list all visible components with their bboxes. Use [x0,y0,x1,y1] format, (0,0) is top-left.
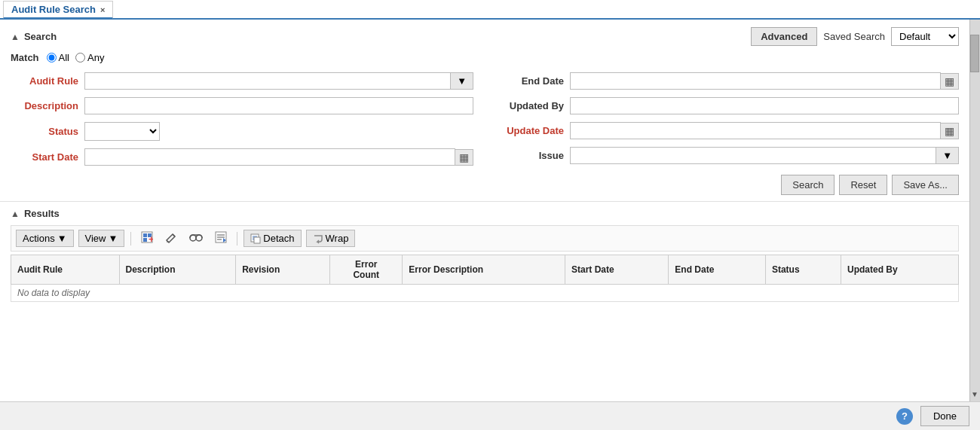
match-all-label: All [59,52,69,63]
results-section: ▲ Results Actions ▼ View ▼ [0,202,969,302]
start-date-input-group: ▦ [84,148,473,166]
results-section-label: Results [24,208,60,219]
export-icon [215,231,227,243]
update-date-calendar-btn[interactable]: ▦ [941,123,959,139]
end-date-input-group: ▦ [570,72,959,90]
toolbar-separator-1 [130,232,131,245]
footer: ? Done [0,401,980,430]
audit-rule-label: Audit Rule [11,75,78,87]
tab-audit-rule-search[interactable]: Audit Rule Search × [3,1,113,19]
search-title: ▲ Search [11,31,57,42]
table-header-row: Audit Rule Description Revision ErrorCou… [11,255,959,285]
col-end-date: End Date [669,255,766,285]
export-icon-btn[interactable] [211,229,231,248]
tab-close-icon[interactable]: × [100,5,105,14]
search-section: ▲ Search Advanced Saved Search Default M… [0,20,969,202]
issue-dropdown-btn[interactable]: ▼ [936,147,959,164]
glasses-icon [189,231,203,243]
results-collapse-icon[interactable]: ▲ [11,209,20,219]
vertical-scrollbar[interactable]: ▼ [969,20,980,401]
pencil-icon [165,231,177,243]
results-table: Audit Rule Description Revision ErrorCou… [11,255,959,302]
updated-by-input[interactable] [570,97,959,114]
actions-label: Actions [23,233,55,244]
audit-rule-combo: ▼ [84,72,473,90]
search-action-buttons: Search Reset Save As... [11,175,959,195]
toolbar-separator-2 [237,232,237,245]
reset-button[interactable]: Reset [839,175,887,195]
svg-rect-3 [143,238,147,242]
help-label: ? [902,410,908,422]
audit-rule-row: Audit Rule ▼ [11,72,473,90]
start-date-row: Start Date ▦ [11,148,473,166]
view-button[interactable]: View ▼ [78,230,125,247]
search-button[interactable]: Search [781,175,835,195]
status-label: Status [11,126,78,137]
tab-label: Audit Rule Search [11,4,96,15]
update-date-input-group: ▦ [570,122,959,139]
wrap-icon [313,233,323,244]
col-description: Description [119,255,236,285]
col-error-count: ErrorCount [330,255,403,285]
wrap-button[interactable]: Wrap [306,230,356,247]
match-all-radio[interactable]: All [47,52,69,63]
col-updated-by: Updated By [841,255,958,285]
end-date-calendar-icon: ▦ [945,75,954,87]
update-date-label: Update Date [496,125,564,136]
start-date-input[interactable] [84,148,455,166]
tab-bar: Audit Rule Search × [0,0,980,20]
scroll-area[interactable]: ▲ Search Advanced Saved Search Default M… [0,20,969,401]
match-row: Match All Any [11,52,959,63]
saved-search-label: Saved Search [823,31,885,42]
create-icon: + [141,231,153,243]
col-error-description: Error Description [403,255,565,285]
search-section-title: Search [24,31,57,42]
done-button[interactable]: Done [920,406,969,426]
status-row: Status [11,122,473,141]
issue-label: Issue [496,150,564,161]
update-date-input[interactable] [570,122,941,139]
update-date-calendar-icon: ▦ [945,125,954,137]
col-revision: Revision [236,255,330,285]
view-detail-icon-btn[interactable] [185,229,207,248]
results-toolbar: Actions ▼ View ▼ + [11,225,959,252]
col-status: Status [765,255,841,285]
start-date-calendar-icon: ▦ [459,151,469,163]
edit-icon-btn[interactable] [161,229,181,248]
match-any-radio[interactable]: Any [75,52,104,63]
issue-row: Issue ▼ [496,147,959,164]
issue-combo: ▼ [570,147,959,164]
status-select[interactable] [84,122,160,141]
col-start-date: Start Date [565,255,668,285]
scrollbar-down-arrow[interactable]: ▼ [971,390,978,398]
form-col-right: End Date ▦ Updated By [496,72,959,166]
issue-input[interactable] [570,147,936,164]
col-audit-rule: Audit Rule [11,255,120,285]
match-all-input[interactable] [47,53,57,63]
actions-dropdown-icon: ▼ [57,233,67,244]
audit-rule-dropdown-btn[interactable]: ▼ [451,72,473,90]
help-icon[interactable]: ? [896,408,913,425]
scrollbar-thumb[interactable] [970,35,979,72]
detach-button[interactable]: Detach [243,230,301,247]
collapse-triangle-icon[interactable]: ▲ [11,32,20,42]
advanced-button[interactable]: Advanced [751,27,817,46]
match-any-input[interactable] [75,53,85,63]
end-date-input[interactable] [570,72,941,90]
actions-button[interactable]: Actions ▼ [16,230,74,247]
detach-label: Detach [263,233,294,244]
description-input[interactable] [84,97,473,114]
save-as-button[interactable]: Save As... [892,175,959,195]
match-label: Match [11,52,39,63]
start-date-calendar-btn[interactable]: ▦ [455,149,473,166]
detach-icon [250,233,261,244]
svg-text:+: + [149,233,153,243]
view-label: View [85,233,106,244]
match-radio-group: All Any [47,52,105,63]
create-icon-btn[interactable]: + [137,229,157,248]
audit-rule-input[interactable] [84,72,451,90]
saved-search-select[interactable]: Default [891,27,959,46]
end-date-calendar-btn[interactable]: ▦ [941,73,959,90]
view-dropdown-icon: ▼ [108,233,118,244]
description-row: Description [11,97,473,114]
